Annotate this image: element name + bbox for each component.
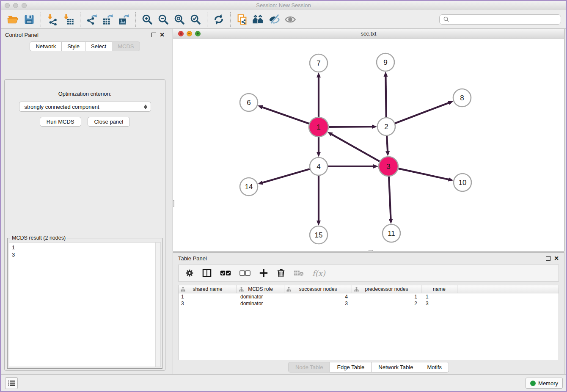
tab-motifs[interactable]: Motifs xyxy=(420,362,449,373)
column-label: successor nodes xyxy=(299,286,337,292)
cell-predecessor-nodes[interactable]: 2 xyxy=(352,301,421,306)
graph-node-label: 10 xyxy=(459,179,467,187)
memory-button[interactable]: Memory xyxy=(526,378,563,389)
zoom-selected-icon[interactable] xyxy=(189,13,202,26)
mcds-result-list[interactable]: 1 3 xyxy=(9,242,161,367)
duplicate-network-icon[interactable] xyxy=(235,13,249,26)
export-network-icon[interactable] xyxy=(85,13,99,26)
open-session-icon[interactable] xyxy=(6,13,20,26)
status-bar: Memory xyxy=(1,374,566,391)
cell-shared-name[interactable]: 3 xyxy=(179,301,237,306)
save-session-icon[interactable] xyxy=(22,13,36,26)
table-settings-gear-icon[interactable] xyxy=(185,269,194,277)
column-label: name xyxy=(433,286,446,292)
task-manager-button[interactable] xyxy=(5,377,18,389)
graph-node-label: 9 xyxy=(383,58,387,66)
memory-status-dot xyxy=(530,381,536,386)
optimization-criterion-label: Optimization criterion: xyxy=(5,91,165,97)
tab-select[interactable]: Select xyxy=(85,41,112,51)
graph-node-label: 15 xyxy=(315,231,323,239)
cell-predecessor-nodes[interactable]: 1 xyxy=(352,294,421,300)
search-field[interactable] xyxy=(439,14,561,25)
tab-network-table[interactable]: Network Table xyxy=(371,362,420,373)
zoom-in-icon[interactable] xyxy=(140,13,154,26)
column-header-successor-nodes[interactable]: successor nodes xyxy=(284,285,352,293)
close-table-panel-icon[interactable]: ✕ xyxy=(554,256,559,261)
network-view-window: × − + scc.txt 7968124314101511 xyxy=(173,29,564,251)
graph-edge-1-2[interactable] xyxy=(329,127,372,127)
zoom-out-icon[interactable] xyxy=(157,13,170,26)
graph-node-label: 8 xyxy=(460,94,464,102)
network-canvas[interactable]: 7968124314101511 xyxy=(173,39,564,251)
add-column-icon[interactable] xyxy=(259,268,268,278)
table-row[interactable]: 1 dominator 4 1 1 xyxy=(179,293,559,300)
delete-column-trash-icon[interactable] xyxy=(277,268,285,278)
graph-edge-4-14[interactable] xyxy=(262,169,310,183)
column-header-shared-name[interactable]: shared name xyxy=(179,285,237,293)
search-icon xyxy=(443,16,449,22)
import-table-icon[interactable] xyxy=(62,13,75,26)
cell-mcds-role[interactable]: dominator xyxy=(237,301,284,306)
mcds-tab-content: Optimization criterion: strongly connect… xyxy=(4,79,165,371)
search-input[interactable] xyxy=(449,16,557,22)
select-chevrons-icon xyxy=(144,105,147,109)
result-scrollbar[interactable] xyxy=(155,243,160,367)
cell-name[interactable]: 1 xyxy=(421,294,457,300)
column-header-mcds-role[interactable]: MCDS role xyxy=(237,285,284,293)
toolbar-divider xyxy=(207,12,207,27)
tab-edge-table[interactable]: Edge Table xyxy=(330,362,371,373)
hide-selected-icon[interactable] xyxy=(267,13,281,26)
float-table-panel-icon[interactable] xyxy=(546,256,550,261)
tab-node-table[interactable]: Node Table xyxy=(288,362,330,373)
graph-edge-2-9[interactable] xyxy=(385,76,386,117)
main-toolbar xyxy=(1,10,566,29)
tab-network[interactable]: Network xyxy=(30,41,61,51)
column-label: MCDS role xyxy=(248,286,273,292)
zoom-fit-icon[interactable] xyxy=(173,13,186,26)
column-layout-icon[interactable] xyxy=(202,269,212,277)
cell-shared-name[interactable]: 1 xyxy=(179,294,237,300)
mcds-result-title: MCDS result (2 nodes) xyxy=(10,235,67,241)
float-panel-icon[interactable] xyxy=(151,33,156,37)
optimization-select[interactable]: strongly connected component xyxy=(19,102,151,112)
toolbar-divider xyxy=(135,12,136,27)
show-all-icon[interactable] xyxy=(284,13,297,26)
export-table-icon[interactable] xyxy=(101,13,115,26)
close-panel-icon[interactable]: ✕ xyxy=(160,33,165,37)
export-image-icon[interactable] xyxy=(117,13,131,26)
first-neighbors-icon[interactable] xyxy=(251,13,265,26)
function-builder-icon[interactable]: f(x) xyxy=(312,269,325,278)
unselect-all-columns-icon[interactable] xyxy=(239,270,250,276)
delete-table-icon[interactable] xyxy=(294,270,304,276)
graph-edge-1-6[interactable] xyxy=(262,107,309,124)
network-window-title: scc.txt xyxy=(173,30,564,37)
select-all-columns-icon[interactable] xyxy=(220,270,231,276)
table-row[interactable]: 3 dominator 3 2 3 xyxy=(179,300,559,307)
hierarchy-icon xyxy=(239,287,244,292)
graph-edge-3-1[interactable] xyxy=(331,134,380,161)
cell-successor-nodes[interactable]: 4 xyxy=(284,294,352,300)
graph-edge-3-10[interactable] xyxy=(398,168,449,179)
graph-edge-2-8[interactable] xyxy=(395,103,449,123)
splitter-handle[interactable] xyxy=(173,200,174,207)
table-panel: Table Panel ✕ xyxy=(173,252,564,374)
table-panel-title: Table Panel xyxy=(178,255,207,262)
control-panel-title: Control Panel xyxy=(5,32,39,38)
tab-mcds[interactable]: MCDS xyxy=(112,41,140,51)
apply-layout-icon[interactable] xyxy=(212,13,226,26)
graph-svg: 7968124314101511 xyxy=(173,39,566,251)
column-label: shared name xyxy=(193,286,222,292)
tab-style[interactable]: Style xyxy=(61,41,85,51)
run-mcds-button[interactable]: Run MCDS xyxy=(40,117,81,127)
graph-edge-2-3[interactable] xyxy=(387,136,388,152)
graph-edge-3-11[interactable] xyxy=(389,177,391,219)
import-network-icon[interactable] xyxy=(46,13,59,26)
cell-successor-nodes[interactable]: 3 xyxy=(284,301,352,306)
cell-mcds-role[interactable]: dominator xyxy=(237,294,284,300)
hierarchy-icon xyxy=(286,287,291,292)
close-panel-button[interactable]: Close panel xyxy=(88,117,130,127)
cell-name[interactable]: 3 xyxy=(421,301,457,306)
column-header-name[interactable]: name xyxy=(421,285,457,293)
splitter-handle[interactable] xyxy=(369,250,373,251)
column-header-predecessor-nodes[interactable]: predecessor nodes xyxy=(352,285,421,293)
